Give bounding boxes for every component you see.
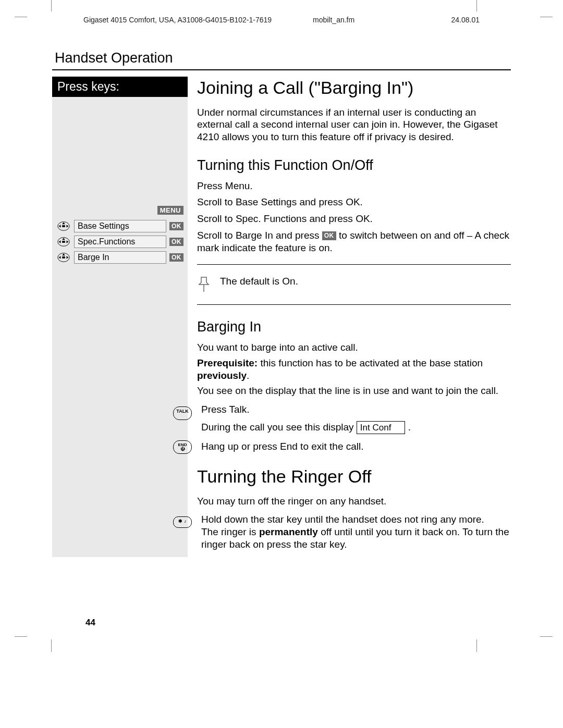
intro-paragraph: Under normal circumstances if an interna…: [197, 106, 511, 143]
page-number: 44: [85, 618, 95, 628]
cropmark-tr2: [537, 9, 553, 25]
during-call-post: .: [408, 422, 411, 433]
sidebar-step-base-settings: Base Settings OK: [56, 220, 183, 232]
step-scroll-base: Scroll to Base Settings and press OK.: [197, 196, 511, 208]
sidebar-header: Press keys:: [52, 77, 188, 97]
divider: [197, 304, 511, 305]
note-default-text: The default is On.: [220, 275, 298, 288]
press-talk: Press Talk.: [201, 403, 511, 416]
prereq-label: Prerequisite:: [197, 357, 258, 368]
ringer-p2: Hold down the star key until the handset…: [201, 513, 511, 550]
step-scroll-spec: Scroll to Spec. Functions and press OK.: [197, 213, 511, 225]
prereq-bold: previously: [197, 370, 247, 381]
end-key-icon: END⏻: [170, 440, 196, 454]
svg-rect-3: [62, 241, 65, 243]
section-title: Handset Operation: [52, 50, 511, 70]
barge-p1: You want to barge into an active call.: [197, 341, 511, 354]
header-doc-id: Gigaset 4015 Comfort, USA, A31008-G4015-…: [83, 16, 313, 24]
ok-badge: OK: [169, 222, 183, 230]
svg-rect-1: [62, 225, 65, 227]
during-call-line: During the call you see this display Int…: [201, 421, 511, 434]
nav-icon: [56, 220, 71, 232]
sidebar-step-barge-in: Barge In OK: [56, 251, 183, 264]
sidebar-body: MENU Base Settings OK Spec.Functions OK: [52, 97, 188, 271]
cropmark-br: [469, 629, 485, 645]
row-press-talk: TALK Press Talk. During the call you see…: [197, 403, 511, 434]
cropmark-tl: [15, 9, 30, 25]
hang-up-text: Hang up or press End to exit the call.: [201, 440, 511, 453]
page: Gigaset 4015 Comfort, USA, A31008-G4015-…: [0, 0, 563, 728]
header-filename: mobilt_an.fm: [313, 16, 427, 24]
row-ringer-star: ✱ ♪ Hold down the star key until the han…: [197, 513, 511, 550]
ringer-p1: You may turn off the ringer on any hands…: [197, 495, 511, 508]
ok-badge: OK: [169, 238, 183, 246]
ok-badge-inline: OK: [322, 231, 336, 240]
row-hang-up: END⏻ Hang up or press End to exit the ca…: [197, 440, 511, 454]
step-scroll-barge: Scroll to Barge In and press OK to switc…: [197, 229, 511, 254]
step-barge-pre: Scroll to Barge In and press: [197, 230, 319, 241]
heading-turn-onoff: Turning this Function On/Off: [197, 157, 511, 175]
nav-icon: [56, 251, 71, 264]
talk-key-icon: TALK: [170, 403, 196, 420]
sidebar-step-spec-functions: Spec.Functions OK: [56, 236, 183, 248]
sidebar-step-label: Spec.Functions: [74, 236, 166, 248]
display-box-intconf: Int Conf: [357, 421, 406, 434]
cropmark-bl: [15, 629, 30, 645]
heading-barging-in: Barging In: [197, 318, 511, 336]
star-key-icon: ✱ ♪: [170, 513, 196, 528]
heading-joining-call: Joining a Call ("Barging In"): [197, 77, 511, 99]
during-call-pre: During the call you see this display: [201, 422, 354, 433]
header-line: Gigaset 4015 Comfort, USA, A31008-G4015-…: [52, 16, 511, 24]
svg-rect-5: [62, 256, 65, 258]
press-keys-sidebar: Press keys: MENU Base Settings OK Spe: [52, 77, 188, 557]
pin-icon: [197, 275, 211, 294]
row-press-talk-text: Press Talk. During the call you see this…: [201, 403, 511, 434]
prereq-end: .: [247, 370, 249, 381]
prereq-text: this function has to be activated at the…: [258, 357, 483, 368]
menu-row: MENU: [56, 205, 183, 215]
sidebar-step-label: Barge In: [74, 251, 166, 264]
note-default: The default is On.: [197, 275, 511, 294]
nav-icon: [56, 236, 71, 248]
main-body: Joining a Call ("Barging In") Under norm…: [197, 77, 511, 557]
divider: [197, 264, 511, 265]
barge-prereq: Prerequisite: this function has to be ac…: [197, 357, 511, 382]
sidebar-step-label: Base Settings: [74, 220, 166, 232]
ringer-p2-bold: permanently: [259, 526, 318, 537]
cropmark-tr: [469, 9, 485, 25]
barge-p2: You see on the display that the line is …: [197, 385, 511, 397]
heading-turning-ringer-off: Turning the Ringer Off: [197, 465, 511, 488]
cropmark-br2: [537, 629, 553, 645]
menu-badge: MENU: [157, 206, 183, 215]
step-press-menu: Press Menu.: [197, 180, 511, 192]
ok-badge: OK: [169, 253, 183, 262]
content-area: Press keys: MENU Base Settings OK Spe: [52, 77, 511, 557]
